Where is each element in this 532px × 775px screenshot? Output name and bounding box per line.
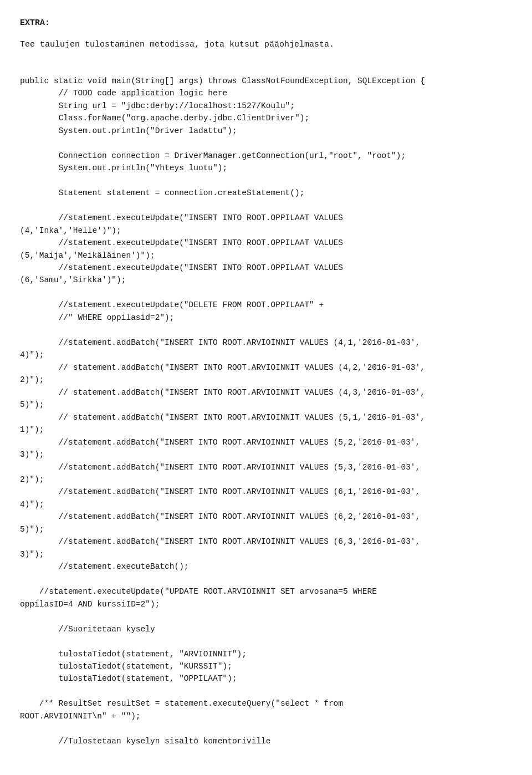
intro-text: Tee taulujen tulostaminen metodissa, jot… bbox=[20, 38, 512, 51]
code-content: public static void main(String[] args) t… bbox=[20, 63, 512, 760]
extra-label: EXTRA: bbox=[20, 17, 512, 29]
page-container: EXTRA: Tee taulujen tulostaminen metodis… bbox=[20, 17, 512, 760]
